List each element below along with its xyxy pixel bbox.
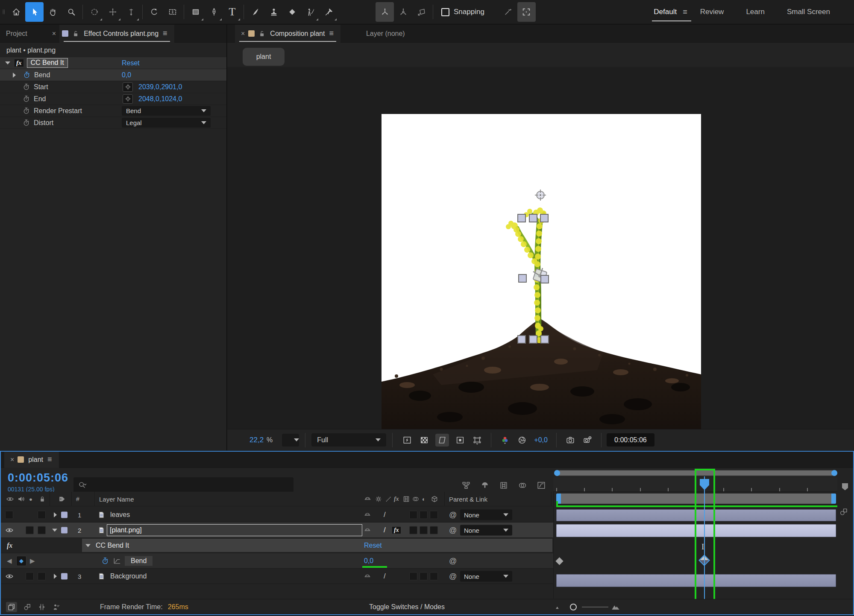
magnification-value[interactable]: 22,2 [249, 436, 264, 444]
work-area-end-handle[interactable] [831, 493, 836, 504]
property-row-bend-timeline[interactable]: ◀ ◆ ▶ Bend 0,0 @ [1, 553, 553, 569]
add-keyframe-toggle[interactable]: ◆ [16, 556, 26, 566]
workspace-tab-default[interactable]: Default [654, 8, 677, 16]
show-snapshot-icon[interactable] [583, 435, 592, 445]
zoom-out-mountain-icon[interactable] [555, 603, 562, 611]
lock-slot[interactable] [38, 526, 46, 534]
lock-slot[interactable] [38, 572, 46, 580]
property-row-render-prestart[interactable]: Render Prestart Bend [0, 105, 226, 117]
switch-slot[interactable] [430, 526, 438, 534]
comp-marker-bin-icon[interactable] [840, 482, 850, 492]
switch-slot[interactable] [420, 572, 428, 580]
switch-slot[interactable] [409, 572, 417, 580]
property-row-end[interactable]: End 2048,0,1024,0 [0, 93, 226, 105]
toggle-switches-modes-button[interactable]: Toggle Switches / Modes [369, 603, 445, 611]
comp-button-icon[interactable] [839, 507, 848, 517]
tab-timeline-plant[interactable]: × plant ≡ [4, 452, 59, 468]
panel-menu-icon[interactable]: ≡ [47, 455, 52, 464]
search-input[interactable] [73, 477, 293, 493]
shy-toggle-icon[interactable] [364, 572, 371, 580]
switch-slot[interactable] [409, 511, 417, 519]
tab-layer-none[interactable]: Layer (none) [366, 30, 405, 38]
channel-rgb-icon[interactable] [500, 435, 510, 445]
point-target-button[interactable] [123, 82, 133, 92]
next-keyframe-arrow[interactable]: ▶ [30, 557, 35, 565]
effect-reset-link[interactable]: Reset [364, 542, 382, 549]
distort-dropdown[interactable]: Legal [122, 118, 211, 128]
property-row-start[interactable]: Start 2039,0,2901,0 [0, 81, 226, 93]
fast-previews-icon[interactable] [402, 435, 412, 445]
timeline-zoom-handle[interactable] [570, 604, 577, 610]
stopwatch-icon[interactable] [101, 557, 109, 565]
resolution-dropdown[interactable]: Full [311, 433, 386, 447]
rotation-tool[interactable] [145, 2, 163, 22]
switch-slot[interactable] [409, 526, 417, 534]
quality-toggle[interactable]: / [384, 572, 386, 581]
magnification-dropdown[interactable] [282, 434, 299, 447]
orbit-camera-tool[interactable] [85, 2, 103, 22]
timeline-zoom-track[interactable] [582, 607, 608, 607]
workspace-tab-small-screen[interactable]: Small Screen [787, 8, 830, 16]
close-icon[interactable]: × [7, 456, 18, 464]
layer-row-plant[interactable]: 2 [plant.png] / fx @ None [1, 523, 553, 538]
type-tool[interactable]: T [223, 2, 241, 22]
navigator-start-handle[interactable] [554, 470, 560, 476]
roto-brush-tool[interactable] [301, 2, 320, 22]
property-row-distort[interactable]: Distort Legal [0, 117, 226, 129]
graph-toggle-icon[interactable] [113, 557, 121, 565]
property-value[interactable]: 0,0 [364, 557, 373, 565]
stopwatch-icon[interactable] [22, 83, 30, 91]
navigator-end-handle[interactable] [831, 470, 837, 476]
fx-badge[interactable]: fx [392, 527, 401, 534]
hand-tool[interactable] [44, 2, 62, 22]
stopwatch-icon[interactable] [22, 107, 30, 115]
switch-slot[interactable] [430, 511, 438, 519]
lock-slot[interactable] [38, 511, 46, 519]
draft-3d-icon[interactable] [480, 481, 490, 490]
effect-group-row[interactable]: fx CC Bend It Reset [1, 538, 553, 553]
selection-tool[interactable] [25, 2, 44, 22]
layer-label-swatch[interactable] [61, 573, 67, 579]
property-pickwhip-icon[interactable]: @ [449, 556, 457, 565]
point-target-button[interactable] [123, 94, 133, 104]
layer-row-background[interactable]: 3 Background / @ None [1, 569, 553, 584]
tab-project[interactable]: Project [6, 30, 27, 38]
zoom-tool[interactable] [62, 2, 80, 22]
dolly-camera-tool[interactable] [122, 2, 140, 22]
workspace-tab-learn[interactable]: Learn [746, 8, 764, 16]
layer-label-swatch[interactable] [61, 527, 67, 533]
parent-dropdown[interactable]: None [460, 509, 512, 520]
effect-reset-link[interactable]: Reset [122, 59, 140, 67]
switch-slot[interactable] [430, 572, 438, 580]
visibility-slot[interactable] [5, 511, 13, 519]
property-value[interactable]: 2048,0,1024,0 [138, 95, 182, 103]
pickwhip-wand-button[interactable] [499, 2, 517, 22]
motion-blur-icon[interactable] [518, 481, 527, 490]
stamp-tool[interactable] [264, 2, 283, 22]
current-time-display[interactable]: 0:00:05:06 00131 (25.00 fps) [8, 471, 68, 493]
mask-visibility-icon[interactable] [455, 435, 465, 445]
eye-icon[interactable] [5, 572, 14, 581]
property-value[interactable]: 0,0 [122, 71, 131, 79]
transparency-grid-icon[interactable] [420, 435, 429, 445]
roi-tool[interactable] [163, 2, 182, 22]
stopwatch-icon[interactable] [22, 95, 30, 103]
view-axis-mode[interactable] [412, 2, 431, 22]
render-prestart-dropdown[interactable]: Bend [122, 106, 211, 116]
local-axis-mode[interactable] [376, 2, 394, 22]
property-row-bend[interactable]: Bend 0,0 [0, 69, 226, 81]
layer-row-leaves[interactable]: 1 leaves / @ None [1, 507, 553, 523]
expand-layer-switches-button[interactable] [6, 602, 17, 612]
parent-pickwhip-icon[interactable]: @ [449, 510, 457, 519]
pen-tool[interactable] [205, 2, 223, 22]
layer-name[interactable]: leaves [110, 511, 130, 519]
transfer-controls-icon[interactable] [23, 603, 32, 611]
tab-effect-controls[interactable]: Effect Controls plant.png ≡ [59, 25, 174, 43]
pan-camera-tool[interactable] [103, 2, 122, 22]
region-of-interest-icon[interactable] [472, 435, 482, 445]
layer-name-selected[interactable]: [plant.png] [107, 524, 362, 536]
brush-tool[interactable] [246, 2, 264, 22]
layer-name[interactable]: Background [110, 572, 147, 580]
lock-icon[interactable] [72, 30, 79, 38]
parent-pickwhip-icon[interactable]: @ [449, 572, 457, 581]
